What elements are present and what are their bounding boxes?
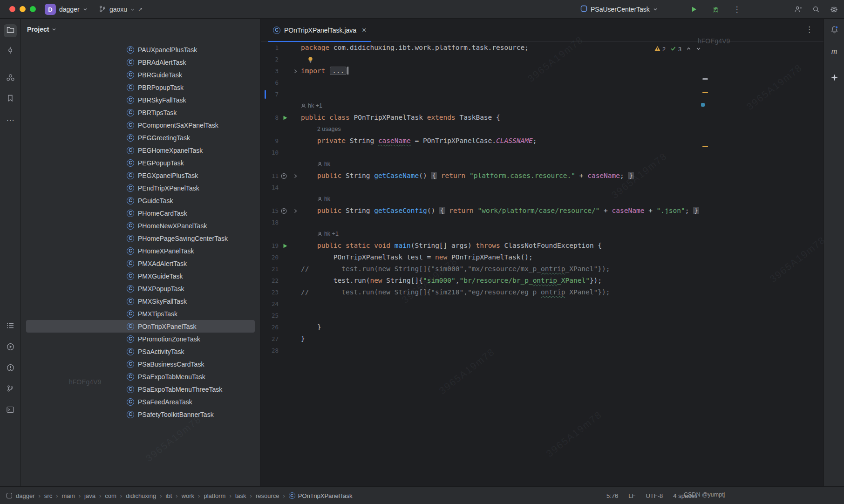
tree-item[interactable]: CPEGGreetingTask (26, 131, 255, 144)
tree-item[interactable]: CPGuideTask (26, 194, 255, 207)
code-text[interactable]: hk +1 (301, 228, 824, 240)
notifications-button[interactable] (828, 24, 841, 37)
caret-position[interactable]: 5:76 (606, 492, 618, 499)
code-text[interactable]: // test.run(new String[]{"sim000","mx/re… (301, 263, 824, 275)
code-text[interactable]: hk +1 (301, 100, 824, 112)
branch-widget[interactable]: gaoxu ↗ (99, 0, 143, 19)
inlay-hint[interactable]: hk (317, 193, 330, 205)
next-problem-button[interactable] (696, 46, 701, 53)
minimize-window-button[interactable] (20, 6, 26, 12)
line-number[interactable]: 6 (261, 77, 279, 89)
tree-item[interactable]: CPEGPopupTask (26, 157, 255, 169)
tree-item[interactable]: CPAUXpanelPlusTask (26, 43, 255, 56)
line-number[interactable]: 27 (261, 333, 279, 345)
tree-item[interactable]: CPMXGuideTask (26, 270, 255, 282)
line-number[interactable]: 8 (261, 112, 279, 123)
code-text[interactable] (301, 54, 824, 65)
line-number[interactable]: 10 (261, 147, 279, 158)
fold-arrow-icon[interactable] (293, 68, 298, 74)
run-config-select[interactable]: PSaUserCenterTask (580, 0, 658, 19)
tree-item[interactable]: CPMXPopupTask (26, 282, 255, 295)
tree-item[interactable]: CPMXAdAlertTask (26, 257, 255, 270)
code-text[interactable]: } (301, 333, 824, 345)
code-text[interactable]: } (301, 321, 824, 333)
tree-item[interactable]: CPMXTipsTask (26, 307, 255, 320)
code-text[interactable]: private String caseName = POnTripXPanelC… (301, 135, 824, 147)
error-stripe-mark[interactable] (702, 78, 708, 80)
code-text[interactable]: public String getCaseConfig() { return "… (301, 205, 824, 217)
project-widget[interactable]: D dagger (45, 0, 88, 19)
line-number[interactable]: 11 (261, 170, 279, 182)
overrides-gutter-icon[interactable] (281, 173, 287, 179)
git-tool-button[interactable] (4, 383, 17, 396)
todo-tool-button[interactable] (4, 320, 17, 333)
line-number[interactable]: 1 (261, 42, 279, 54)
maven-tool-button[interactable]: m (828, 45, 841, 58)
line-number[interactable]: 15 (261, 205, 279, 217)
tree-item[interactable]: CPBRAdAlertTask (26, 56, 255, 68)
inspections-widget[interactable]: 2 3 (654, 46, 701, 53)
file-encoding-indicator[interactable]: UTF-8 (646, 492, 663, 499)
code-text[interactable] (301, 345, 824, 356)
tree-item[interactable]: CPBRTipsTask (26, 106, 255, 119)
tab-close-icon[interactable]: × (362, 27, 366, 34)
tree-item[interactable]: CPEGHomeXpanelTask (26, 144, 255, 157)
line-number[interactable]: 2 (261, 54, 279, 65)
prev-problem-button[interactable] (686, 46, 691, 53)
breadcrumb-item[interactable]: main (62, 492, 75, 499)
tree-item[interactable]: CPEndTripXPanelTask (26, 182, 255, 194)
code-text[interactable]: hk (301, 158, 824, 170)
tree-item[interactable]: CPBRPopupTask (26, 81, 255, 94)
run-tool-button[interactable] (4, 341, 17, 354)
code-text[interactable]: 2 usages (301, 123, 824, 135)
tree-item[interactable]: CPBRGuideTask (26, 68, 255, 81)
breadcrumb-item[interactable]: platform (204, 492, 225, 499)
breadcrumb-item[interactable]: dagger (16, 492, 34, 499)
breadcrumb-item[interactable]: work (182, 492, 194, 499)
zoom-window-button[interactable] (30, 6, 36, 12)
run-gutter-icon[interactable] (282, 243, 288, 249)
breadcrumb-item[interactable]: src (44, 492, 52, 499)
tree-item[interactable]: CPHomeCardTask (26, 207, 255, 219)
line-number[interactable]: 3 (261, 65, 279, 77)
code-text[interactable] (301, 310, 824, 321)
fold-arrow-icon[interactable] (293, 173, 298, 178)
code-text[interactable] (301, 217, 824, 228)
breadcrumb-item[interactable]: task (235, 492, 246, 499)
terminal-tool-button[interactable] (4, 404, 17, 417)
code-text[interactable]: test.run(new String[]{"sim000","br/resou… (301, 275, 824, 286)
tree-item[interactable]: CPSaExpoTabMenuTask (26, 370, 255, 383)
inlay-hint[interactable]: 2 usages (317, 123, 341, 135)
tree-item[interactable]: CPHomeNewXPanelTask (26, 219, 255, 232)
tree-item[interactable]: CPPromotionZoneTask (26, 333, 255, 345)
intention-bulb-icon[interactable] (301, 55, 313, 63)
close-window-button[interactable] (9, 6, 15, 12)
tree-item[interactable]: CPMXSkyFallTask (26, 295, 255, 307)
code-text[interactable]: public static void main(String[] args) t… (301, 240, 824, 252)
tree-item[interactable]: CPSafetyToolkitBannerTask (26, 408, 255, 421)
line-number[interactable]: 20 (261, 252, 279, 263)
inlay-hint[interactable]: hk (317, 158, 330, 170)
commit-tool-button[interactable] (4, 45, 17, 58)
line-number[interactable]: 23 (261, 286, 279, 298)
ai-assistant-button[interactable] (828, 72, 841, 85)
tree-item[interactable]: CPHomeXPanelTask (26, 245, 255, 257)
project-panel-header[interactable]: Project (20, 19, 260, 40)
tree-item[interactable]: CPSaActivityTask (26, 345, 255, 358)
tree-item[interactable]: CPSaExpoTabMenuThreeTask (26, 383, 255, 395)
problems-tool-button[interactable] (4, 362, 17, 375)
code-text[interactable]: hk (301, 193, 824, 205)
line-number[interactable]: 21 (261, 263, 279, 275)
line-number[interactable]: 9 (261, 135, 279, 147)
breadcrumb-item[interactable]: com (105, 492, 116, 499)
line-separator-indicator[interactable]: LF (628, 492, 635, 499)
code-text[interactable] (301, 89, 824, 100)
breadcrumb-item[interactable]: resource (256, 492, 279, 499)
error-stripe-mark[interactable] (701, 103, 705, 107)
warnings-indicator[interactable]: 2 (654, 46, 666, 53)
tab-options-icon[interactable]: ⋮ (805, 25, 813, 34)
overrides-gutter-icon[interactable] (281, 208, 287, 214)
code-text[interactable]: public class POnTripXPanelTask extends T… (301, 112, 824, 123)
code-text[interactable]: import ... (301, 65, 824, 77)
tree-item[interactable]: CPOnTripXPanelTask (26, 320, 255, 333)
